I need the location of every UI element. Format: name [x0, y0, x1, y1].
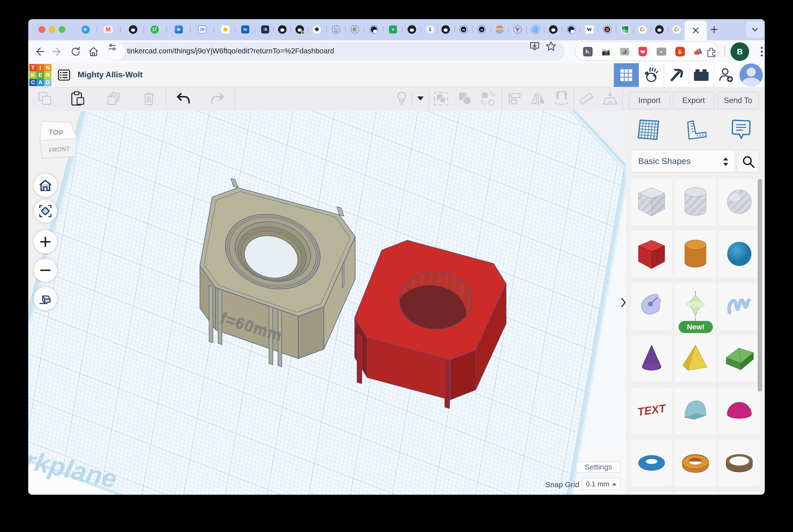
svg-text:TEXT: TEXT	[637, 401, 667, 418]
svg-text:TOP: TOP	[49, 128, 64, 137]
